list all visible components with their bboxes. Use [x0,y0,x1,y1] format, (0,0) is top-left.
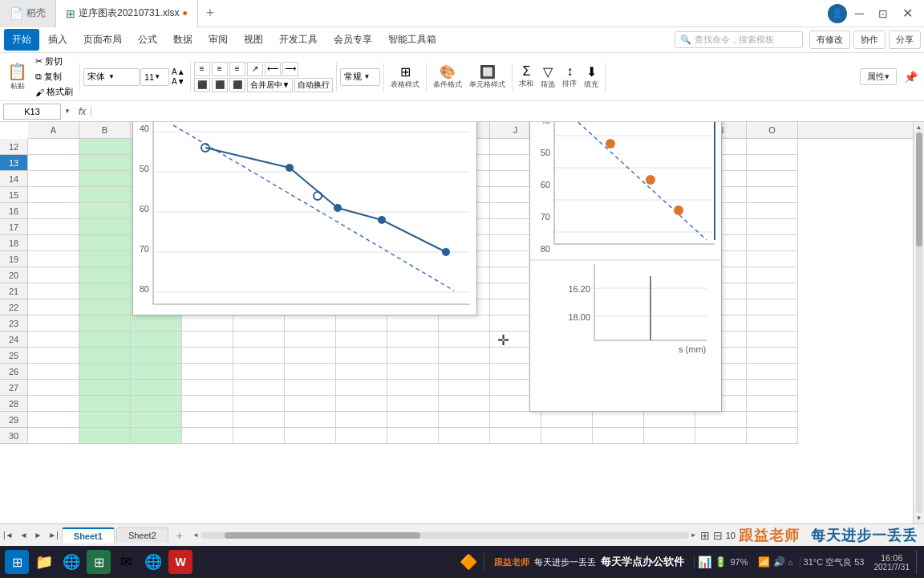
cell-o17[interactable] [747,219,798,235]
ribbon-tab-dev[interactable]: 开发工具 [271,29,326,51]
btn-copy[interactable]: ⧉ 复制 [32,70,76,83]
cell-a17[interactable] [28,219,79,235]
cell-h28[interactable] [387,396,439,412]
cell-a20[interactable] [28,267,79,283]
hscroll-track[interactable] [201,532,689,539]
cell-a13[interactable] [28,155,79,171]
cell-c23[interactable] [131,315,182,332]
cell-a24[interactable] [28,332,79,348]
cell-m29[interactable] [644,412,695,428]
cell-o23[interactable] [747,315,798,332]
cell-a23[interactable] [28,315,79,332]
hscroll-thumb[interactable] [225,532,420,539]
row-header-28[interactable]: 28 [0,396,28,412]
cell-b21[interactable] [79,283,131,299]
cell-a21[interactable] [28,283,79,299]
row-header-24[interactable]: 24 [0,332,28,348]
cell-n30[interactable] [695,428,747,444]
cell-b20[interactable] [79,267,131,283]
cell-h29[interactable] [387,412,439,428]
row-header-26[interactable]: 26 [0,364,28,380]
cell-a15[interactable] [28,187,79,203]
formula-input[interactable] [95,104,921,120]
cell-a16[interactable] [28,203,79,219]
cell-b26[interactable] [79,364,131,380]
cell-o18[interactable] [747,235,798,251]
profile-icon[interactable]: 👤 [828,4,847,23]
maximize-btn[interactable]: ⊡ [872,7,894,20]
minimize-btn[interactable]: ─ [849,6,870,21]
cell-o27[interactable] [747,380,798,396]
btn-cond-format[interactable]: 🎨 条件格式 [430,63,465,92]
cell-e27[interactable] [233,380,285,396]
speaker-icon[interactable]: 🔊 [773,556,785,568]
cell-b13[interactable] [79,155,131,171]
cell-o28[interactable] [747,396,798,412]
btn-table-style[interactable]: ⊞ 表格样式 [387,63,423,92]
cell-b30[interactable] [79,428,131,444]
cell-f27[interactable] [285,380,336,396]
cell-a28[interactable] [28,396,79,412]
row-header-19[interactable]: 19 [0,251,28,267]
ribbon-tab-vip[interactable]: 会员专享 [326,29,380,51]
cell-d27[interactable] [182,380,233,396]
cell-a27[interactable] [28,380,79,396]
sheet-nav-prev[interactable]: ◄ [17,531,31,539]
cell-h24[interactable] [387,332,439,348]
btn-font-larger[interactable]: A▲ [170,67,187,76]
ribbon-tab-formula[interactable]: 公式 [130,29,165,51]
ribbon-tab-layout[interactable]: 页面布局 [75,29,130,51]
btn-sum[interactable]: Σ 求和 [516,63,537,91]
ribbon-tab-review[interactable]: 审阅 [201,29,236,51]
cell-ref-arrow[interactable]: ▼ [64,108,71,115]
cell-d23[interactable] [182,315,233,332]
cell-b29[interactable] [79,412,131,428]
row-header-30[interactable]: 30 [0,428,28,444]
btn-fill[interactable]: ⬇ 填充 [581,63,602,92]
chart2-container[interactable]: 40 50 60 70 80 [529,122,722,412]
row-header-12[interactable]: 12 [0,139,28,155]
cell-d29[interactable] [182,412,233,428]
vscroll-thumb[interactable] [916,132,922,246]
sheet-nav-prev-first[interactable]: |◄ [0,531,17,539]
row-header-21[interactable]: 21 [0,283,28,299]
sheet-tab-sheet1[interactable]: Sheet1 [62,527,115,543]
cell-e23[interactable] [233,315,285,332]
btn-properties[interactable]: 属性▾ [860,68,897,85]
cell-f25[interactable] [285,348,336,364]
number-format-combo[interactable]: 常规 ▼ [340,68,380,86]
cell-j29[interactable] [490,412,541,428]
cell-b22[interactable] [79,299,131,315]
system-tray-icon[interactable]: ⌂ [788,558,793,567]
row-header-17[interactable]: 17 [0,219,28,235]
cell-a19[interactable] [28,251,79,267]
cell-e28[interactable] [233,396,285,412]
cell-b16[interactable] [79,203,131,219]
cell-b17[interactable] [79,219,131,235]
cell-d26[interactable] [182,364,233,380]
network-icon[interactable]: 📶 [758,556,770,568]
ribbon-tab-insert[interactable]: 插入 [40,29,75,51]
taskbar-datetime[interactable]: 16:06 2021/7/31 [871,553,914,572]
btn-rotate-text[interactable]: ↗ [247,62,263,76]
row-header-29[interactable]: 29 [0,412,28,428]
cell-f29[interactable] [285,412,336,428]
btn-wrap-text[interactable]: 自动换行 [294,78,333,92]
cell-c30[interactable] [131,428,182,444]
taskbar-mail-icon[interactable]: ✉ [114,550,138,574]
vscroll-track[interactable] [916,132,922,513]
taskbar-start-btn[interactable]: ⊞ [5,550,29,574]
taskbar-excel-icon[interactable]: ⊞ [87,550,111,574]
cell-f24[interactable] [285,332,336,348]
btn-cut[interactable]: ✂ 剪切 [32,55,76,68]
btn-align-right[interactable]: ⬛ [229,78,245,92]
cell-a26[interactable] [28,364,79,380]
cell-a18[interactable] [28,235,79,251]
col-header-o[interactable]: O [747,122,798,138]
cell-b12[interactable] [79,139,131,155]
cell-i28[interactable] [439,396,490,412]
new-tab-btn[interactable]: + [198,5,223,22]
cell-e29[interactable] [233,412,285,428]
cell-g25[interactable] [336,348,387,364]
btn-filter[interactable]: ▽ 筛选 [537,63,558,92]
